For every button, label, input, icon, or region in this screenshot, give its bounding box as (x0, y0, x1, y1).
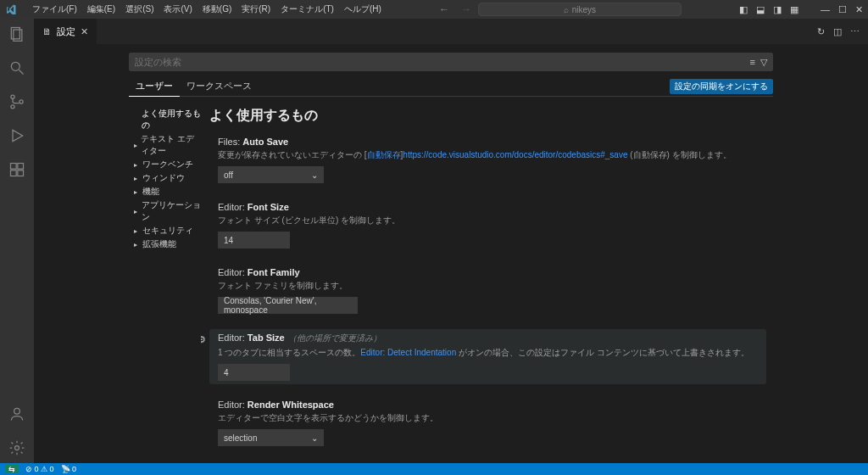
layout-panel-right-icon[interactable]: ◨ (773, 4, 782, 15)
menu-bar: ファイル(F) 編集(E) 選択(S) 表示(V) 移動(G) 実行(R) ター… (5, 3, 381, 15)
svg-point-5 (11, 105, 14, 109)
svg-point-2 (11, 62, 19, 70)
svg-marker-7 (13, 130, 23, 141)
toc-workbench[interactable]: ▸ワークベンチ (134, 158, 201, 171)
split-editor-icon[interactable]: ◫ (833, 26, 842, 37)
svg-rect-8 (11, 164, 17, 170)
activity-bar (0, 19, 34, 463)
activity-run-debug-icon[interactable] (7, 126, 27, 146)
autosave-url[interactable]: https://code.visualstudio.com/docs/edito… (403, 150, 627, 159)
menu-run[interactable]: 実行(R) (242, 3, 270, 15)
menu-help[interactable]: ヘルプ(H) (344, 3, 381, 15)
menu-go[interactable]: 移動(G) (203, 3, 231, 15)
turn-on-settings-sync-button[interactable]: 設定の同期をオンにする (670, 79, 773, 94)
toc-security[interactable]: ▸セキュリティ (134, 224, 201, 238)
toc-window[interactable]: ▸ウィンドウ (134, 171, 201, 185)
svg-point-13 (15, 446, 19, 450)
toc-extensions[interactable]: ▸拡張機能 (134, 238, 201, 251)
settings-scope-tabs: ユーザー ワークスペース 設定の同期をオンにする (129, 76, 773, 97)
command-center[interactable]: ⌕ nikeys (478, 3, 682, 16)
fontfamily-input[interactable]: Consolas, 'Courier New', monospace (218, 297, 358, 314)
activity-extensions-icon[interactable] (7, 159, 27, 180)
svg-rect-10 (18, 170, 24, 176)
svg-rect-9 (11, 170, 17, 176)
status-bar: ⇆ ⊘ 0 ⚠ 0 📡 0 (0, 463, 868, 475)
settings-content: よく使用するもの Files: Auto Save 変更が保存されていないエディ… (201, 102, 773, 463)
tab-bar: 🗎 設定 ✕ ↻ ◫ ⋯ (34, 19, 868, 44)
settings-editor: ≡ ▽ ユーザー ワークスペース 設定の同期をオンにする よく使用するもの ▸テ… (34, 44, 868, 463)
toc-text-editor[interactable]: ▸テキスト エディター (134, 132, 201, 158)
search-icon: ⌕ (564, 5, 569, 14)
more-actions-icon[interactable]: ⋯ (850, 26, 860, 37)
vscode-logo-icon (5, 3, 17, 15)
remote-indicator[interactable]: ⇆ (5, 465, 19, 473)
link-detect-indentation[interactable]: Editor: Detect Indentation (360, 348, 456, 357)
filter-icon[interactable]: ▽ (760, 57, 767, 68)
scope-workspace-tab[interactable]: ワークスペース (180, 76, 259, 96)
toc-commonly-used[interactable]: よく使用するもの (134, 107, 201, 132)
settings-search[interactable]: ≡ ▽ (129, 53, 773, 71)
status-problems[interactable]: ⊘ 0 ⚠ 0 (25, 465, 54, 473)
svg-point-4 (11, 95, 14, 98)
window-maximize-icon[interactable]: ☐ (838, 4, 847, 15)
layout-customize-icon[interactable]: ▦ (790, 4, 798, 15)
autosave-select[interactable]: off⌄ (218, 166, 324, 183)
activity-settings-icon[interactable] (7, 438, 27, 458)
svg-point-12 (14, 408, 20, 414)
menu-terminal[interactable]: ターミナル(T) (281, 3, 334, 15)
layout-panel-bottom-icon[interactable]: ⬓ (756, 4, 765, 15)
window-minimize-icon[interactable]: — (821, 4, 830, 15)
status-ports[interactable]: 📡 0 (61, 465, 77, 473)
tabsize-input[interactable]: 4 (218, 364, 290, 381)
fontsize-input[interactable]: 14 (218, 232, 290, 249)
chevron-down-icon: ⌄ (311, 170, 318, 180)
svg-point-6 (19, 100, 23, 103)
tab-label: 設定 (57, 25, 75, 38)
settings-search-input[interactable] (135, 57, 750, 67)
title-bar: ファイル(F) 編集(E) 選択(S) 表示(V) 移動(G) 実行(R) ター… (0, 0, 868, 19)
section-heading: よく使用するもの (209, 107, 766, 125)
tab-settings[interactable]: 🗎 設定 ✕ (34, 19, 97, 44)
command-center-text: nikeys (572, 5, 596, 14)
activity-source-control-icon[interactable] (7, 92, 27, 112)
activity-explorer-icon[interactable] (7, 24, 27, 44)
setting-editor-fontsize: Editor: Font Size フォント サイズ (ピクセル単位) を制御し… (209, 198, 766, 252)
file-icon: 🗎 (42, 26, 52, 36)
scope-user-tab[interactable]: ユーザー (129, 76, 180, 97)
layout-panel-left-icon[interactable]: ◧ (739, 4, 748, 15)
tab-close-icon[interactable]: ✕ (81, 26, 88, 37)
clear-search-icon[interactable]: ≡ (750, 57, 755, 68)
nav-back-icon[interactable]: ← (439, 3, 449, 15)
svg-rect-11 (18, 164, 24, 170)
setting-gear-icon[interactable]: ⚙ (201, 334, 206, 345)
renderwhitespace-select[interactable]: selection⌄ (218, 429, 324, 446)
toc-features[interactable]: ▸機能 (134, 185, 201, 198)
window-close-icon[interactable]: ✕ (855, 4, 863, 15)
autosave-link[interactable]: 自動保存 (367, 150, 401, 159)
open-settings-json-icon[interactable]: ↻ (817, 26, 825, 37)
settings-toc: よく使用するもの ▸テキスト エディター ▸ワークベンチ ▸ウィンドウ ▸機能 … (129, 102, 201, 463)
setting-editor-cursorstyle: Editor: Cursor Style カーソルのスタイルを制御します。 li… (209, 461, 766, 463)
menu-edit[interactable]: 編集(E) (87, 3, 115, 15)
activity-search-icon[interactable] (7, 58, 27, 78)
toc-application[interactable]: ▸アプリケーション (134, 198, 201, 224)
editor-area: 🗎 設定 ✕ ↻ ◫ ⋯ ≡ ▽ ユーザー (34, 19, 868, 463)
setting-editor-tabsize: ⚙ Editor: Tab Size（他の場所で変更済み） 1 つのタブに相当す… (209, 329, 766, 384)
menu-view[interactable]: 表示(V) (164, 3, 192, 15)
activity-account-icon[interactable] (7, 404, 27, 424)
setting-editor-fontfamily: Editor: Font Family フォント ファミリを制御します。 Con… (209, 264, 766, 317)
nav-forward-icon[interactable]: → (461, 3, 471, 15)
chevron-down-icon: ⌄ (311, 433, 318, 443)
menu-selection[interactable]: 選択(S) (125, 3, 153, 15)
svg-line-3 (19, 70, 24, 75)
setting-files-autosave: Files: Auto Save 変更が保存されていないエディターの [自動保存… (209, 133, 766, 187)
setting-editor-renderwhitespace: Editor: Render Whitespace エディターで空白文字を表示す… (209, 396, 766, 450)
menu-file[interactable]: ファイル(F) (32, 3, 77, 15)
